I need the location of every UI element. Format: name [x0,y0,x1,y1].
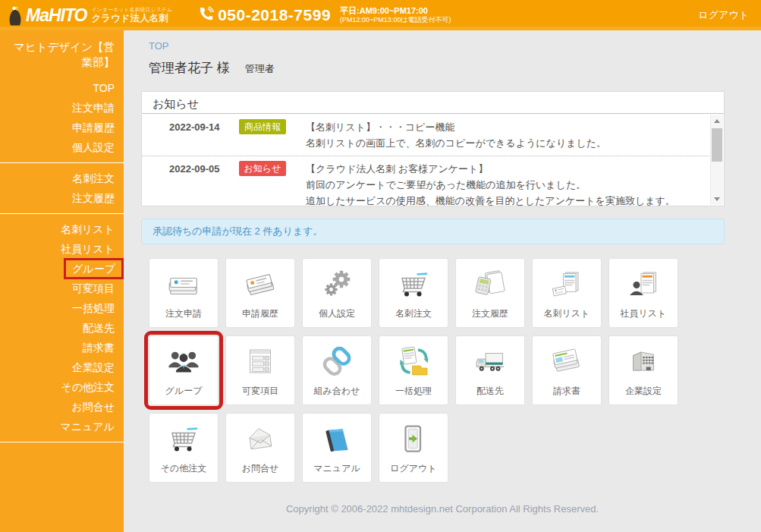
tile-manual[interactable]: マニュアル [302,413,372,483]
truck-icon [471,343,509,385]
sidebar-item-order-history[interactable]: 注文履歴 [0,188,124,208]
cart-icon [395,266,432,307]
building-icon [624,343,662,385]
phone-number: 050-2018-7599 [218,6,331,24]
sidebar-item-top[interactable]: TOP [0,78,124,98]
tiles-grid: 注文申請申請履歴個人設定名刺注文注文履歴名刺リスト社員リストグループ可変項目組み… [149,258,690,490]
tile-batch-process[interactable]: 一括処理 [379,335,448,405]
tile-other-orders[interactable]: その他注文 [149,413,219,483]
triangle-down-icon [714,197,720,201]
tile-label: マニュアル [313,462,360,475]
scroll-up-button[interactable] [711,115,723,127]
form-fields-icon [241,343,279,385]
tile-label: 可変項目 [242,385,278,398]
tile-label: 申請履歴 [242,307,278,320]
user-line: 管理者花子 様 管理者 [149,59,275,77]
news-text: 【クラウド法人名刺 お客様アンケート】前回のアンケートでご要望があった機能の追加… [306,161,709,206]
tile-logout[interactable]: ログアウト [379,413,448,483]
news-category-badge: お知らせ [239,161,286,176]
tile-company-settings[interactable]: 企業設定 [608,335,678,405]
sidebar-menu-group: 名刺注文注文履歴 [0,167,124,209]
user-role: 管理者 [245,62,275,76]
business-hours: 平日:AM9:00~PM17:00 (PM12:00~PM13:00は電話受付不… [340,6,451,25]
tile-label: 配送先 [476,385,504,398]
sidebar-item-variable-fields[interactable]: 可変項目 [0,279,124,298]
sidebar-item-batch-process[interactable]: 一括処理 [0,298,124,318]
sidebar-item-manual[interactable]: マニュアル [0,417,124,436]
tile-card-list[interactable]: 名刺リスト [532,258,602,328]
sidebar-item-group[interactable]: グループ [0,259,124,279]
group-icon [165,343,203,385]
sidebar-company-name: マヒトデザイン【営業部】 [0,30,124,71]
copyright-text: Copyright © 2006-2022 mhtdesign.net Corp… [124,503,761,515]
tile-label: グループ [165,385,203,398]
tile-shipping-address[interactable]: 配送先 [455,335,525,405]
scrollbar-thumb[interactable] [712,128,722,162]
logout-door-icon [395,420,432,462]
tile-contact[interactable]: お問合せ [225,413,295,483]
tile-label: 社員リスト [621,307,667,320]
news-text: 【名刺リスト】・・・コピー機能名刺リストの画面上で、名刺のコピーができるようにな… [306,119,709,151]
news-box: お知らせ 2022-09-14商品情報【名刺リスト】・・・コピー機能名刺リストの… [141,91,725,206]
cards-stack-icon [165,266,203,307]
app-logo[interactable]: MaHITO インターネット名刺発注システム クラウド法人名刺 [6,4,172,27]
news-entry-body-line: 前回のアンケートでご要望があった機能の追加を行いました。 [306,177,709,193]
sidebar-item-card-order[interactable]: 名刺注文 [0,168,124,188]
tile-order-history[interactable]: 注文履歴 [455,258,525,328]
news-entry: 2022-09-05お知らせ【クラウド法人名刺 お客様アンケート】前回のアンケー… [142,156,709,206]
mahito-logo-icon [6,4,24,27]
sidebar-item-shipping-address[interactable]: 配送先 [0,318,124,338]
tile-label: 組み合わせ [314,385,360,398]
sidebar-item-contact[interactable]: お問合せ [0,397,124,417]
tile-variable-fields[interactable]: 可変項目 [225,335,295,405]
sidebar-item-company-settings[interactable]: 企業設定 [0,357,124,377]
phone-icon [198,5,218,25]
news-entry-title: 【名刺リスト】・・・コピー機能 [306,119,709,135]
tile-order-request[interactable]: 注文申請 [149,258,219,328]
manual-book-icon [318,420,356,462]
news-title: お知らせ [142,92,724,114]
pending-approval-notice: 承認待ちの申請が現在 2 件あります。 [141,219,725,244]
logout-link[interactable]: ログアウト [698,8,749,22]
batch-process-icon [395,343,432,385]
tile-personal-settings[interactable]: 個人設定 [302,258,372,328]
sidebar-item-invoice[interactable]: 請求書 [0,338,124,357]
sidebar: マヒトデザイン【営業部】 TOP注文申請申請履歴個人設定名刺注文注文履歴名刺リス… [0,30,124,532]
hours-line1: 平日:AM9:00~PM17:00 [340,6,451,17]
breadcrumb-top-link[interactable]: TOP [149,40,169,52]
other-cart-icon [165,420,203,462]
scroll-down-button[interactable] [711,193,723,205]
invoice-icon [548,343,586,385]
sidebar-menu-group: 名刺リスト社員リストグループ可変項目一括処理配送先請求書企業設定その他注文お問合… [0,218,124,438]
tile-label: 一括処理 [395,385,432,398]
tile-request-history[interactable]: 申請履歴 [225,258,295,328]
tile-group[interactable]: グループ [149,335,219,405]
sidebar-item-other-orders[interactable]: その他注文 [0,377,124,397]
news-category-badge: 商品情報 [239,119,286,134]
sidebar-item-employee-list[interactable]: 社員リスト [0,239,124,259]
sidebar-item-card-list[interactable]: 名刺リスト [0,219,124,239]
tile-invoice[interactable]: 請求書 [532,335,602,405]
sidebar-menu: TOP注文申請申請履歴個人設定名刺注文注文履歴名刺リスト社員リストグループ可変項… [0,77,124,442]
news-list: 2022-09-14商品情報【名刺リスト】・・・コピー機能名刺リストの画面上で、… [142,115,709,206]
tile-label: 注文申請 [165,307,202,320]
tile-employee-list[interactable]: 社員リスト [608,258,678,328]
sidebar-item-order-request[interactable]: 注文申請 [0,98,124,118]
tile-label: その他注文 [161,462,207,475]
envelope-icon [241,420,279,462]
tile-card-order[interactable]: 名刺注文 [379,258,448,328]
sidebar-menu-group: TOP注文申請申請履歴個人設定 [0,77,124,159]
tile-combination[interactable]: 組み合わせ [302,335,372,405]
sidebar-divider [0,213,124,214]
tile-label: 個人設定 [319,307,355,320]
tile-label: 注文履歴 [472,307,508,320]
sidebar-item-personal-settings[interactable]: 個人設定 [0,137,124,157]
gears-icon [318,266,356,307]
triangle-up-icon [714,119,720,123]
news-scrollbar[interactable] [710,115,723,205]
news-entry-body-line: 名刺リストの画面上で、名刺のコピーができるようになりました。 [306,135,709,151]
news-date: 2022-09-14 [142,119,239,151]
sidebar-item-request-history[interactable]: 申請履歴 [0,118,124,137]
logo-tagline: クラウド法人名刺 [91,13,172,24]
page: MaHITO インターネット名刺発注システム クラウド法人名刺 050-2018… [0,0,761,532]
